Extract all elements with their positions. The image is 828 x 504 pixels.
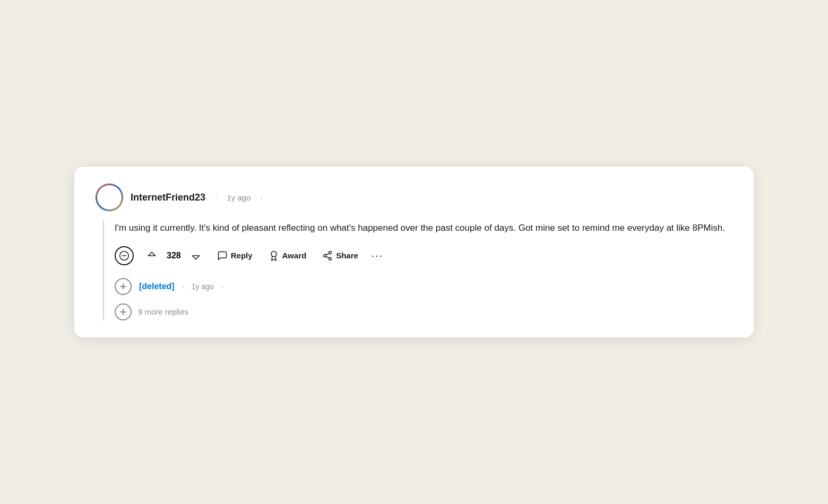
comment-body: I'm using it currently. It's kind of ple… — [96, 221, 732, 320]
thread-line — [103, 221, 104, 320]
comment-main: InternetFriend23 · 1y ago · I'm using it… — [96, 184, 732, 320]
more-button[interactable]: ··· — [368, 246, 387, 265]
award-button[interactable]: Award — [262, 246, 313, 265]
more-replies-count: 9 — [138, 307, 142, 316]
deleted-username[interactable]: [deleted] — [139, 282, 175, 291]
svg-line-7 — [326, 253, 329, 255]
award-label: Award — [282, 251, 307, 260]
downvote-button[interactable] — [184, 246, 208, 265]
deleted-separator: · — [182, 282, 184, 291]
thread-line-area — [103, 221, 104, 320]
comment-text: I'm using it currently. It's kind of ple… — [115, 221, 732, 235]
avatar-decoration — [96, 184, 123, 211]
svg-point-2 — [271, 251, 277, 256]
comment-content-area: I'm using it currently. It's kind of ple… — [115, 221, 732, 320]
upvote-button[interactable] — [140, 246, 163, 265]
replies-area: [deleted] · 1y ago · — [115, 278, 732, 320]
deleted-time-ago: 1y ago — [192, 282, 214, 291]
username[interactable]: InternetFriend23 — [131, 192, 205, 203]
deleted-trailing-sep: · — [221, 282, 223, 291]
award-icon — [269, 250, 279, 261]
share-label: Share — [336, 251, 358, 260]
time-ago: 1y ago — [227, 193, 251, 202]
svg-point-5 — [329, 257, 332, 260]
upvote-icon — [146, 250, 157, 261]
reply-icon — [217, 250, 228, 261]
svg-line-6 — [326, 256, 329, 258]
expand-icon — [119, 282, 127, 291]
time-separator: · — [215, 193, 217, 202]
expand-deleted-button[interactable] — [115, 278, 132, 295]
collapse-icon — [119, 250, 130, 261]
trailing-separator: · — [260, 193, 262, 202]
action-bar: 328 Reply — [115, 246, 732, 265]
more-replies-text: 9 more replies — [138, 307, 188, 316]
reply-label: Reply — [231, 251, 253, 260]
expand-more-icon — [119, 308, 127, 316]
share-button[interactable]: Share — [316, 246, 365, 265]
svg-point-4 — [324, 254, 326, 257]
collapse-button[interactable] — [115, 246, 134, 265]
comment-header: InternetFriend23 · 1y ago · — [96, 184, 732, 211]
downvote-icon — [191, 250, 201, 261]
deleted-reply: [deleted] · 1y ago · — [115, 278, 732, 295]
avatar — [96, 184, 123, 211]
vote-count: 328 — [167, 251, 181, 260]
more-replies-row: 9 more replies — [115, 303, 732, 320]
share-icon — [322, 250, 333, 261]
comment-card: InternetFriend23 · 1y ago · I'm using it… — [74, 167, 754, 337]
svg-point-3 — [329, 251, 332, 254]
expand-more-replies-button[interactable] — [115, 303, 132, 320]
reply-button[interactable]: Reply — [211, 246, 259, 265]
more-label: ··· — [372, 249, 384, 262]
more-replies-label: more replies — [145, 307, 189, 316]
